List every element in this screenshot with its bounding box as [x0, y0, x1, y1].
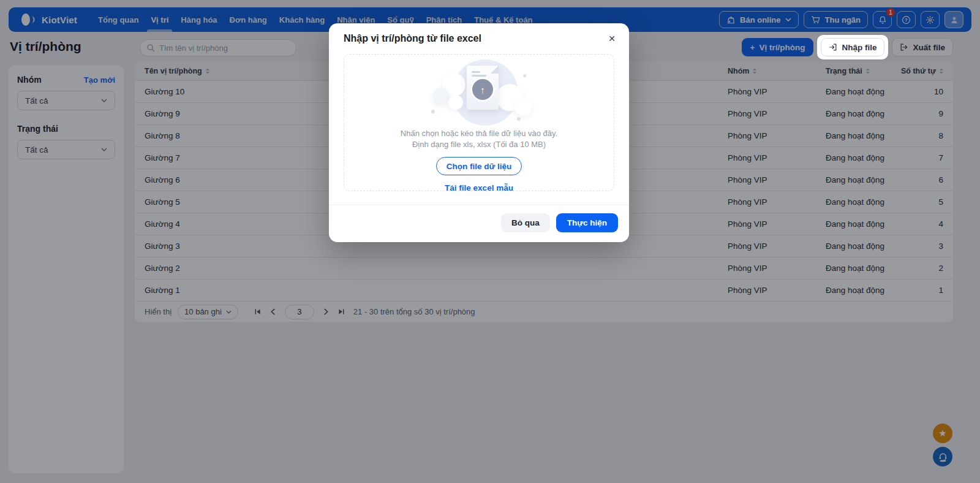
modal-title: Nhập vị trí/phòng từ file excel: [344, 33, 614, 44]
import-file-spotlight: Nhập file: [817, 35, 888, 59]
import-excel-modal: Nhập vị trí/phòng từ file excel × ↑ Nhấn…: [329, 23, 629, 242]
close-icon[interactable]: ×: [605, 31, 619, 46]
submit-button[interactable]: Thực hiện: [556, 213, 618, 232]
choose-file-button[interactable]: Chọn file dữ liệu: [436, 157, 522, 175]
dropzone-instruction-line1: Nhấn chọn hoặc kéo thả file dữ liệu vào …: [344, 128, 614, 139]
upload-arrow-icon: ↑: [472, 79, 493, 100]
dropzone-instruction-line2: Định dạng file xls, xlsx (Tối đa 10 MB): [344, 139, 614, 150]
upload-illustration: ↑: [424, 61, 534, 124]
import-icon: [829, 43, 837, 51]
import-file-label: Nhập file: [842, 43, 876, 52]
file-dropzone[interactable]: ↑ Nhấn chọn hoặc kéo thả file dữ liệu và…: [344, 54, 614, 191]
cancel-button[interactable]: Bỏ qua: [501, 213, 550, 232]
import-file-button[interactable]: Nhập file: [821, 38, 884, 56]
download-template-link[interactable]: Tải file excel mẫu: [344, 183, 614, 192]
